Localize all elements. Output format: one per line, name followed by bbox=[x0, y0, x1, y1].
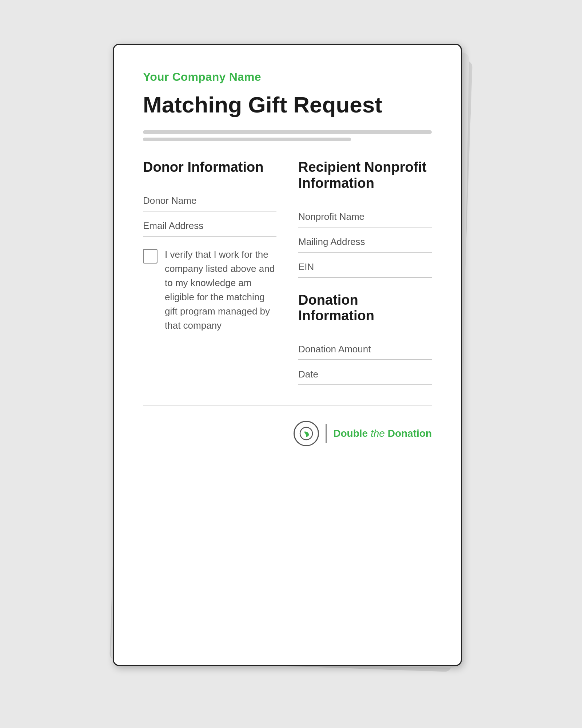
company-name: Your Company Name bbox=[143, 70, 432, 84]
date-field[interactable]: Date bbox=[298, 362, 432, 385]
dtd-logo-circle bbox=[294, 421, 319, 446]
verify-checkbox-area: I verify that I work for the company lis… bbox=[143, 248, 276, 333]
page-wrapper: Your Company Name Matching Gift Request … bbox=[113, 44, 469, 684]
donor-name-label: Donor Name bbox=[143, 195, 196, 206]
donation-section-heading: Donation Information bbox=[298, 292, 432, 324]
progress-bar-full bbox=[143, 130, 432, 134]
dtd-brand-text: Double the Donation bbox=[333, 428, 432, 439]
verify-checkbox[interactable] bbox=[143, 249, 158, 264]
form-page: Your Company Name Matching Gift Request … bbox=[113, 44, 462, 666]
mailing-address-field[interactable]: Mailing Address bbox=[298, 230, 432, 253]
dtd-logo-icon bbox=[299, 427, 313, 440]
nonprofit-name-label: Nonprofit Name bbox=[298, 211, 364, 222]
form-title: Matching Gift Request bbox=[143, 92, 432, 117]
verify-checkbox-label: I verify that I work for the company lis… bbox=[165, 248, 276, 333]
donation-amount-label: Donation Amount bbox=[298, 344, 371, 355]
donor-section-heading: Donor Information bbox=[143, 159, 276, 175]
donor-name-field[interactable]: Donor Name bbox=[143, 189, 276, 211]
form-columns: Donor Information Donor Name Email Addre… bbox=[143, 159, 432, 387]
email-address-label: Email Address bbox=[143, 220, 203, 231]
recipient-donation-column: Recipient Nonprofit Information Nonprofi… bbox=[298, 159, 432, 387]
donor-column: Donor Information Donor Name Email Addre… bbox=[143, 159, 276, 387]
dtd-the-word: the bbox=[371, 428, 385, 439]
mailing-address-label: Mailing Address bbox=[298, 236, 365, 247]
footer: Double the Donation bbox=[143, 417, 432, 446]
footer-brand-divider bbox=[326, 424, 327, 443]
ein-label: EIN bbox=[298, 261, 314, 272]
progress-bars bbox=[143, 130, 432, 141]
nonprofit-name-field[interactable]: Nonprofit Name bbox=[298, 205, 432, 228]
recipient-section-heading: Recipient Nonprofit Information bbox=[298, 159, 432, 191]
date-label: Date bbox=[298, 369, 318, 380]
progress-bar-partial bbox=[143, 138, 351, 141]
footer-divider-line bbox=[143, 405, 432, 406]
ein-field[interactable]: EIN bbox=[298, 255, 432, 278]
donation-amount-field[interactable]: Donation Amount bbox=[298, 337, 432, 360]
email-address-field[interactable]: Email Address bbox=[143, 214, 276, 237]
